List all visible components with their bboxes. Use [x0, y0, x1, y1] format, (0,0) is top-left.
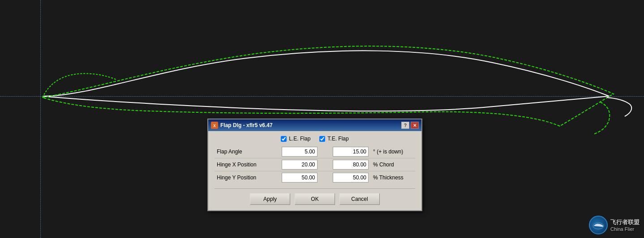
dialog-help-button[interactable]: ? — [401, 122, 409, 129]
hinge-x-row: Hinge X Position % Chord — [215, 158, 415, 171]
flap-dialog: x Flap Dlg - xflr5 v6.47 ? ✕ L.E. Flap T… — [207, 119, 422, 211]
le-flap-checkbox[interactable] — [281, 136, 287, 142]
button-row: Apply OK Cancel — [215, 193, 415, 205]
hinge-y-le-cell — [268, 171, 320, 184]
te-flap-checkbox[interactable] — [319, 136, 325, 142]
flap-angle-te-input[interactable] — [333, 147, 369, 157]
flap-angle-unit: ° (+ is down) — [371, 145, 415, 158]
apply-button[interactable]: Apply — [250, 193, 290, 205]
dialog-titlebar: x Flap Dlg - xflr5 v6.47 ? ✕ — [208, 119, 421, 131]
hinge-y-le-input[interactable] — [282, 173, 318, 183]
watermark-text-block: 飞行者联盟 China Flier — [610, 218, 640, 232]
te-flap-label: T.E. Flap — [327, 136, 348, 142]
dialog-title-text: Flap Dlg - xflr5 v6.47 — [220, 122, 273, 128]
hinge-x-label: Hinge X Position — [215, 158, 268, 171]
dialog-title-left: x Flap Dlg - xflr5 v6.47 — [211, 122, 273, 129]
hinge-x-le-input[interactable] — [282, 160, 318, 170]
dialog-app-icon: x — [211, 122, 218, 129]
le-flap-checkbox-label[interactable]: L.E. Flap — [281, 136, 310, 142]
watermark: 飞行者联盟 China Flier — [589, 216, 640, 234]
dialog-title-buttons: ? ✕ — [401, 122, 419, 129]
te-flap-checkbox-label[interactable]: T.E. Flap — [319, 136, 348, 142]
button-divider — [215, 188, 415, 189]
dialog-close-button[interactable]: ✕ — [411, 122, 419, 129]
flap-angle-te-cell — [320, 145, 371, 158]
ok-button[interactable]: OK — [295, 193, 335, 205]
form-table: Flap Angle ° (+ is down) Hinge X Positio… — [215, 145, 415, 184]
watermark-logo — [589, 216, 608, 234]
hinge-x-te-cell — [320, 158, 371, 171]
hinge-x-te-input[interactable] — [333, 160, 369, 170]
hinge-y-te-cell — [320, 171, 371, 184]
hinge-y-unit: % Thickness — [371, 171, 415, 184]
hinge-y-row: Hinge Y Position % Thickness — [215, 171, 415, 184]
flap-angle-label: Flap Angle — [215, 145, 268, 158]
cancel-button[interactable]: Cancel — [339, 193, 380, 205]
checkbox-row: L.E. Flap T.E. Flap — [215, 136, 415, 142]
hinge-x-unit: % Chord — [371, 158, 415, 171]
le-flap-label: L.E. Flap — [289, 136, 310, 142]
dialog-content: L.E. Flap T.E. Flap Flap Angle ° (+ is d… — [208, 131, 421, 210]
hinge-x-le-cell — [268, 158, 320, 171]
watermark-main-text: 飞行者联盟 — [610, 218, 640, 226]
watermark-sub-text: China Flier — [610, 226, 640, 232]
hinge-y-label: Hinge Y Position — [215, 171, 268, 184]
hinge-y-te-input[interactable] — [333, 173, 369, 183]
flap-angle-le-input[interactable] — [282, 147, 318, 157]
flap-angle-row: Flap Angle ° (+ is down) — [215, 145, 415, 158]
flap-angle-le-cell — [268, 145, 320, 158]
